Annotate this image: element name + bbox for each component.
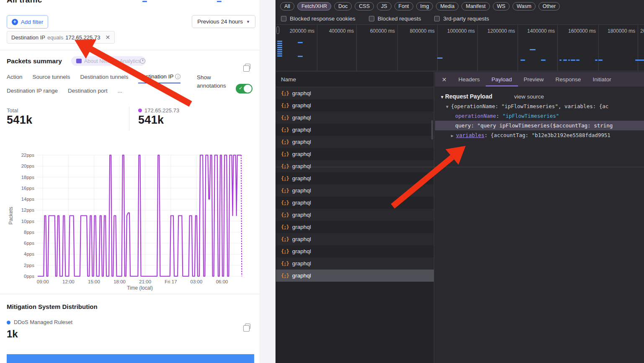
expand-card-icon[interactable] [245, 64, 250, 69]
request-row[interactable]: {;}graphql [276, 209, 434, 221]
checkbox-icon[interactable] [281, 16, 286, 21]
request-name: graphql [292, 224, 311, 230]
filter-pill-wasm[interactable]: Wasm [513, 2, 536, 10]
json-braces-icon: {;} [281, 163, 289, 169]
filter-pill-media[interactable]: Media [436, 2, 459, 10]
detail-tab-payload[interactable]: Payload [486, 73, 518, 86]
request-row[interactable]: {;}graphql [276, 124, 434, 136]
filter-pill-img[interactable]: Img [416, 2, 433, 10]
filter-pill-css[interactable]: CSS [355, 2, 374, 10]
timeline-request-bar [576, 60, 580, 61]
timeline-request-bar [277, 51, 282, 52]
mitigation-value: 1k [7, 328, 18, 340]
show-annotations-label: Show annotations [197, 73, 234, 90]
request-row[interactable]: {;}graphql [276, 160, 434, 172]
packets-tab-destination-ip-range[interactable]: Destination IP range [7, 88, 58, 97]
request-row[interactable]: {;}graphql [276, 99, 434, 111]
timeline-request-bar [277, 47, 282, 48]
scrollbar-thumb[interactable] [431, 120, 433, 140]
timeline-label: 1800000 ms [608, 28, 635, 34]
detail-tab-headers[interactable]: Headers [453, 73, 486, 86]
add-filter-button[interactable]: + Add filter [7, 15, 48, 29]
checkbox-icon[interactable] [434, 16, 440, 21]
timeline-label: 1600000 ms [568, 28, 596, 34]
filter-pill-js[interactable]: JS [377, 2, 392, 10]
request-name: graphql [292, 248, 311, 254]
request-row[interactable]: {;}graphql [276, 197, 434, 209]
timeline-request-bar [298, 56, 303, 57]
timeline-request-bar [559, 60, 562, 61]
timeline-gridline [518, 25, 518, 71]
network-overview-timeline[interactable]: 200000 ms400000 ms600000 ms800000 ms1000… [276, 24, 644, 71]
request-name: graphql [292, 90, 311, 96]
filter-pill-other[interactable]: Other [538, 2, 560, 10]
svg-text:06:00: 06:00 [216, 279, 228, 284]
timeline-gridline [557, 25, 558, 71]
check-icon: ✓ [239, 86, 242, 91]
timeline-handle[interactable] [276, 26, 279, 34]
filter-pill-manifest[interactable]: Manifest [461, 2, 489, 10]
filter-chip-field: Destination IP [11, 34, 45, 41]
view-source-link[interactable]: view source [514, 93, 544, 100]
filter-chip[interactable]: Destination IP equals 172.65.225.73 ✕ [7, 31, 115, 44]
mitigation-bar[interactable] [7, 354, 254, 363]
request-row[interactable]: {;}graphql [276, 257, 434, 270]
checkbox-blocked-response-cookies[interactable]: Blocked response cookies [281, 16, 355, 22]
request-row[interactable]: {;}graphql [276, 233, 434, 245]
timeline-request-bar [277, 49, 282, 50]
payload-code-line[interactable]: query: "query ipFlowTimeseries($accountT… [435, 121, 644, 130]
detail-tab-preview[interactable]: Preview [518, 73, 550, 86]
checkbox-blocked-requests[interactable]: Blocked requests [369, 16, 421, 22]
detail-tab-response[interactable]: Response [550, 73, 587, 86]
checkbox--rd-party-requests[interactable]: 3rd-party requests [434, 16, 489, 22]
filter-pill-fetch-xhr[interactable]: Fetch/XHR [297, 2, 331, 10]
expand-card-icon[interactable] [245, 324, 250, 329]
request-row[interactable]: {;}graphql [276, 111, 434, 124]
request-row[interactable]: {;}graphql [276, 136, 434, 148]
request-row[interactable]: {;}graphql [276, 87, 434, 99]
show-annotations-toggle[interactable]: ✓ [236, 84, 252, 93]
detail-tab-initiator[interactable]: Initiator [587, 73, 617, 86]
request-row[interactable]: {;}graphql [276, 172, 434, 184]
svg-text:0pps: 0pps [24, 274, 34, 279]
plus-icon: + [12, 19, 18, 25]
filter-pill-doc[interactable]: Doc [334, 2, 352, 10]
time-range-dropdown[interactable]: Previous 24 hours ▼ [192, 15, 255, 28]
close-icon[interactable]: ✕ [435, 76, 453, 83]
packets-tab-destination-tunnels[interactable]: Destination tunnels [80, 74, 129, 83]
request-row[interactable]: {;}graphql [276, 148, 434, 160]
json-braces-icon: {;} [281, 188, 289, 194]
requests-list-panel: Name {;}graphql{;}graphql{;}graphql{;}gr… [276, 72, 434, 363]
timeline-request-bar [277, 45, 282, 46]
request-name: graphql [292, 127, 311, 133]
timeline-gridline [437, 25, 438, 71]
packets-tab-destination-ip[interactable]: Destination IPi [138, 73, 180, 83]
request-row[interactable]: {;}graphql [276, 245, 434, 257]
timeline-request-bar [277, 41, 282, 42]
packets-tab--[interactable]: ... [118, 88, 122, 97]
checkbox-icon[interactable] [369, 16, 374, 21]
about-network-analytics-badge[interactable]: About Network Analytics [71, 56, 146, 66]
payload-code-line[interactable]: ▼ {operationName: "ipFlowTimeseries", va… [435, 101, 644, 111]
packets-timeseries-chart[interactable]: 0pps2pps4pps6pps8pps10pps12pps14pps16pps… [3, 149, 256, 292]
packets-tab-source-tunnels[interactable]: Source tunnels [33, 74, 70, 83]
request-payload-label: Request Payload [445, 93, 492, 100]
request-row[interactable]: {;}graphql [276, 270, 434, 282]
svg-text:2pps: 2pps [24, 263, 34, 268]
timeline-label: 200000 ms [290, 28, 314, 34]
packets-tab-destination-port[interactable]: Destination port [68, 88, 108, 97]
name-column-header[interactable]: Name [276, 72, 434, 87]
payload-code-line[interactable]: ▶ variables: {accountTag: "b12e3b2192ee5… [435, 130, 644, 140]
remove-filter-icon[interactable]: ✕ [105, 34, 110, 41]
timeline-request-bar [298, 42, 303, 43]
filter-pill-ws[interactable]: WS [493, 2, 510, 10]
request-row[interactable]: {;}graphql [276, 184, 434, 197]
filter-pill-all[interactable]: All [280, 2, 294, 10]
request-row[interactable]: {;}graphql [276, 221, 434, 233]
request-payload-title[interactable]: ▼Request Payload [440, 93, 492, 100]
payload-code-line[interactable]: operationName: "ipFlowTimeseries" [435, 111, 644, 121]
mitigation-legend: DDoS Managed Ruleset [7, 319, 72, 325]
svg-text:10pps: 10pps [21, 219, 35, 224]
packets-tab-action[interactable]: Action [7, 74, 23, 83]
filter-pill-font[interactable]: Font [394, 2, 413, 10]
